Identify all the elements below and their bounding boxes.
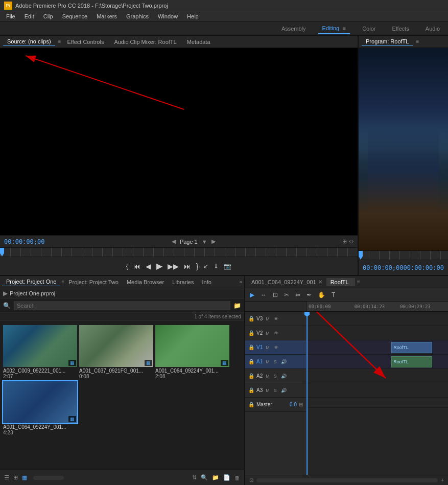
tl-scroll-bar[interactable] [256,478,438,482]
menu-markers[interactable]: Markers [92,12,121,20]
tab-info[interactable]: Info [198,278,215,286]
clip-item[interactable]: ▦ A001_C037_0921FG_001... 0:08 [79,325,153,379]
tab-project-one[interactable]: Project: Project One [2,278,60,286]
tab-source[interactable]: Source: (no clips) [3,37,55,46]
track-header-spacer [245,302,306,311]
menu-sequence[interactable]: Sequence [58,12,92,20]
tab-sequence-1[interactable]: A001_C064_09224Y_001 ✕ [247,278,326,286]
workspace-audio[interactable]: Audio [421,24,444,34]
a1-solo-btn[interactable]: S [273,359,278,365]
list-view-btn[interactable]: ☰ [4,474,9,481]
program-tab-menu[interactable]: ≡ [416,39,419,44]
v2-sync-btn[interactable]: M [265,330,271,336]
workspace-color[interactable]: Color [358,24,380,34]
timeline-clip-v1[interactable]: RoofTL [391,342,432,353]
prev-page-btn[interactable]: ◀ [172,238,176,245]
timeline-tab-menu[interactable]: ≡ [357,279,360,285]
tab-libraries[interactable]: Libraries [168,278,198,286]
v2-lock-icon[interactable]: 🔒 [248,330,254,336]
a3-lock-icon[interactable]: 🔒 [248,387,254,393]
workspace-editing[interactable]: Editing ≡ [318,23,350,34]
export-btn[interactable]: 📷 [224,263,231,270]
mark-out-btn[interactable]: } [196,262,199,270]
tab-effect-controls[interactable]: Effect Controls [63,38,108,46]
v1-mute-btn[interactable]: 👁 [273,344,279,351]
freeform-view-btn[interactable]: ▦ [22,474,27,481]
source-tab-menu[interactable]: ≡ [58,39,61,44]
clear-btn[interactable]: 🗑 [234,475,240,481]
v2-mute-btn[interactable]: 👁 [273,330,279,336]
menu-graphics[interactable]: Graphics [122,12,153,20]
search-input[interactable] [14,301,230,310]
search-footer-btn[interactable]: 🔍 [201,474,208,481]
track-select-btn[interactable]: ↔ [259,290,268,299]
master-volume[interactable]: 0.0 [290,402,297,407]
selection-tool-btn[interactable]: ▶ [248,290,256,299]
tab-metadata[interactable]: Metadata [183,38,215,46]
insert-btn[interactable]: ↙ [203,263,208,270]
pen-tool-btn[interactable]: ✒ [305,290,313,299]
sort-btn[interactable]: ⇅ [192,474,197,481]
clip-item[interactable]: ▦ A001_C064_09224Y_001... 2:08 [155,325,229,379]
a3-mute-btn[interactable]: M [265,387,271,394]
menu-clip[interactable]: Clip [39,12,57,20]
zoom-slider[interactable] [33,476,64,480]
timeline-clip-a1[interactable]: RoofTL [391,356,432,367]
tl-fit-btn[interactable]: ⊡ [249,477,253,483]
step-fwd-btn[interactable]: ▶▶ [168,262,179,270]
a2-solo-btn[interactable]: S [273,373,278,379]
next-page-btn[interactable]: ▶ [211,238,216,245]
mark-in-btn[interactable]: { [126,263,128,270]
new-bin-footer-btn[interactable]: 📁 [212,474,219,481]
v3-mute-btn[interactable]: 👁 [273,316,279,322]
tab-program[interactable]: Program: RoofTL [362,37,413,46]
menu-file[interactable]: File [2,12,19,20]
play-btn[interactable]: ▶ [156,261,162,271]
v1-sync-btn[interactable]: M [265,344,271,351]
menu-help[interactable]: Help [183,12,203,20]
new-item-btn[interactable]: 📄 [223,474,230,481]
tab-close-1[interactable]: ✕ [318,279,322,285]
clip-item[interactable]: ▦ A001_C064_09224Y_001... 4:23 [3,381,77,435]
play-back-btn[interactable]: ◀ [146,262,151,270]
page-dropdown[interactable]: ▼ [202,239,207,245]
v3-sync-btn[interactable]: M [265,316,271,322]
menu-edit[interactable]: Edit [20,12,38,20]
tab-project-two[interactable]: Project: Project Two [64,278,123,286]
project-tabs-expand[interactable]: » [239,279,242,285]
razor-tool-btn[interactable]: ✂ [282,290,291,299]
new-bin-btn[interactable]: 📁 [233,302,241,309]
workspace-assembly[interactable]: Assembly [277,24,310,34]
a3-solo-btn[interactable]: S [273,387,278,394]
project-collapse-btn[interactable]: ▶ [3,290,8,297]
step-back-btn[interactable]: ⏮ [133,262,140,270]
slip-tool-btn[interactable]: ⇔ [294,290,302,299]
master-lock-icon[interactable]: 🔒 [248,402,254,407]
menu-window[interactable]: Window [154,12,182,20]
v1-lock-icon[interactable]: 🔒 [248,344,254,350]
a1-lock-icon[interactable]: 🔒 [248,359,254,364]
ripple-edit-btn[interactable]: ⊡ [271,290,279,299]
v3-lock-icon[interactable]: 🔒 [248,316,254,321]
next-edit-btn[interactable]: ⏭ [184,262,191,270]
a2-lock-icon[interactable]: 🔒 [248,373,254,379]
tl-settings-btn[interactable]: + [441,477,444,483]
program-timecode-left[interactable]: 00:00:00;00 [363,264,403,271]
overwrite-btn[interactable]: ⇓ [214,263,219,270]
workspace-effects[interactable]: Effects [388,24,413,34]
hand-tool-btn[interactable]: ✋ [316,290,327,299]
clip-item[interactable]: ▦ A002_C009_092221_001... 2:07 [3,325,77,379]
split-view-btn[interactable]: ⇔ [349,238,353,245]
icon-view-btn[interactable]: ⊞ [13,474,18,481]
grid-view-btn[interactable]: ⊞ [342,238,347,245]
a1-mute-btn[interactable]: M [265,359,271,365]
type-tool-btn[interactable]: T [330,290,337,299]
track-header-v3: 🔒 V3 M 👁 [245,312,306,326]
a2-mute-btn[interactable]: M [265,373,271,379]
tab-audio-clip-mixer[interactable]: Audio Clip Mixer: RoofTL [110,38,180,46]
source-timecode[interactable]: 00:00:00;00 [4,238,44,245]
tab-rooftl[interactable]: RoofTL [326,278,355,286]
master-expand-btn[interactable]: ⊞ [299,402,303,407]
timeline-playhead[interactable] [306,312,308,475]
tab-media-browser[interactable]: Media Browser [123,278,168,286]
